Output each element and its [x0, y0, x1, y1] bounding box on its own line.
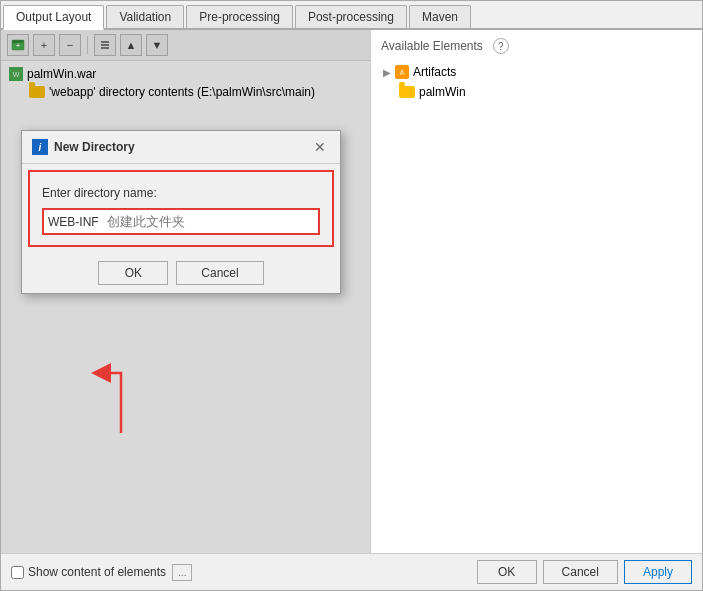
expand-arrow: ▶ — [383, 67, 391, 78]
ok-button[interactable]: OK — [98, 261, 168, 285]
bottom-left: Show content of elements ... — [11, 564, 192, 581]
bottom-bar: Show content of elements ... OK Cancel A… — [1, 553, 702, 590]
more-options-button[interactable]: ... — [172, 564, 192, 581]
right-tree-item-artifacts[interactable]: ▶ A Artifacts — [379, 62, 694, 82]
help-icon[interactable]: ? — [493, 38, 509, 54]
apply-button[interactable]: Apply — [624, 560, 692, 584]
bottom-ok-button[interactable]: OK — [477, 560, 537, 584]
bottom-cancel-button[interactable]: Cancel — [543, 560, 618, 584]
bottom-right: OK Cancel Apply — [477, 560, 692, 584]
new-directory-dialog: i New Directory ✕ Enter directory name: … — [21, 130, 341, 294]
modal-title-text: New Directory — [54, 140, 135, 154]
tab-bar: Output Layout Validation Pre-processing … — [1, 1, 702, 30]
close-button[interactable]: ✕ — [310, 137, 330, 157]
tab-output-layout[interactable]: Output Layout — [3, 5, 104, 30]
show-content-checkbox-label[interactable]: Show content of elements — [11, 565, 166, 579]
available-elements-label: Available Elements — [381, 39, 483, 53]
left-panel: + + − ▲ ▼ W — [1, 30, 371, 553]
modal-title-left: i New Directory — [32, 139, 135, 155]
dialog-icon: i — [32, 139, 48, 155]
directory-name-input[interactable] — [103, 210, 318, 233]
checkbox-label-text: Show content of elements — [28, 565, 166, 579]
tab-validation[interactable]: Validation — [106, 5, 184, 28]
tree-item-label: Artifacts — [413, 65, 456, 79]
tree-item-label: palmWin — [419, 85, 466, 99]
modal-overlay: i New Directory ✕ Enter directory name: … — [1, 30, 370, 553]
right-panel: Available Elements ? ▶ A Artifacts palmW… — [371, 30, 702, 553]
modal-label: Enter directory name: — [42, 186, 320, 200]
tab-maven[interactable]: Maven — [409, 5, 471, 28]
right-tree: ▶ A Artifacts palmWin — [375, 58, 698, 106]
arrow-svg — [91, 353, 151, 433]
modal-body: Enter directory name: WEB-INF — [28, 170, 334, 247]
modal-title-bar: i New Directory ✕ — [22, 131, 340, 164]
right-tree-item-palmwin[interactable]: palmWin — [379, 82, 694, 102]
artifact-icon: A — [395, 65, 409, 79]
arrow-annotation — [91, 353, 151, 433]
modal-footer: OK Cancel — [22, 253, 340, 293]
content-area: + + − ▲ ▼ W — [1, 30, 702, 553]
right-panel-header: Available Elements ? — [375, 34, 698, 58]
tab-pre-processing[interactable]: Pre-processing — [186, 5, 293, 28]
tab-post-processing[interactable]: Post-processing — [295, 5, 407, 28]
main-container: Output Layout Validation Pre-processing … — [0, 0, 703, 591]
input-prefix: WEB-INF — [44, 211, 103, 233]
modal-input-row: WEB-INF — [42, 208, 320, 235]
show-content-checkbox[interactable] — [11, 566, 24, 579]
folder-icon — [399, 86, 415, 98]
cancel-button[interactable]: Cancel — [176, 261, 263, 285]
